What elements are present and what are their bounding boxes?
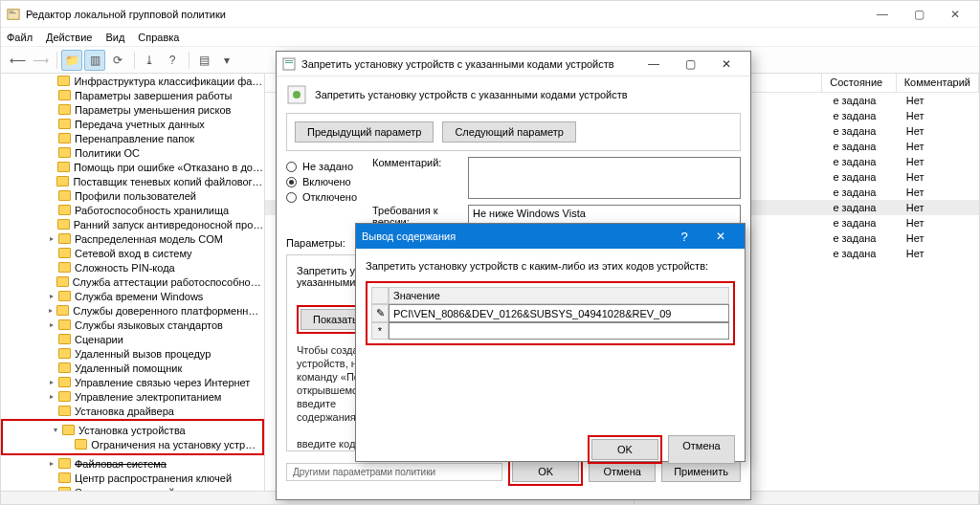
tree-item[interactable]: Работоспособность хранилища: [1, 203, 264, 217]
menu-file[interactable]: Файл: [7, 32, 33, 43]
col-comment[interactable]: Комментарий: [897, 74, 979, 92]
dialog-close[interactable]: ✕: [708, 52, 745, 77]
tree-item[interactable]: Удаленный вызов процедур: [1, 346, 264, 361]
list-view-button[interactable]: ▤: [193, 50, 214, 71]
menu-view[interactable]: Вид: [105, 32, 124, 43]
comment-textarea[interactable]: [468, 157, 741, 199]
tree-item[interactable]: Удаленный помощник: [1, 361, 264, 375]
tree-item[interactable]: ▸Служба времени Windows: [1, 289, 264, 303]
help-button[interactable]: ?: [162, 50, 183, 71]
tree-item[interactable]: Установка драйвера: [1, 404, 264, 418]
refresh-button[interactable]: ⟳: [107, 50, 128, 71]
sheet-button[interactable]: ▥: [84, 50, 105, 71]
show-contents-ok-button[interactable]: OK: [591, 439, 658, 460]
tree-item[interactable]: Сложность PIN-кода: [1, 260, 264, 274]
tree-item[interactable]: Сетевой вход в систему: [1, 246, 264, 260]
folder-icon: [57, 162, 70, 172]
back-button[interactable]: ⟵: [7, 50, 28, 71]
dialog-maximize[interactable]: ▢: [672, 52, 708, 77]
tree-item[interactable]: ▸Службы языковых стандартов: [1, 318, 264, 332]
radio-enabled[interactable]: Включено: [286, 176, 372, 187]
comment-cell: Нет: [906, 141, 979, 152]
state-cell: е задана: [833, 95, 905, 106]
radio-disabled[interactable]: Отключено: [286, 191, 372, 203]
col-state[interactable]: Состояние: [822, 74, 896, 92]
new-row-input[interactable]: [389, 322, 729, 340]
tree-item-label: Удаленный вызов процедур: [75, 348, 211, 360]
expand-toggle[interactable]: ▸: [47, 320, 56, 329]
tree-item[interactable]: Перенаправление папок: [1, 131, 264, 145]
tree-item-label: Службы языковых стандартов: [75, 319, 223, 331]
radio-not-configured[interactable]: Не задано: [286, 161, 372, 172]
tree-item[interactable]: ▸Службы доверенного платформенного модул…: [1, 303, 264, 318]
show-contents-close[interactable]: ✕: [702, 224, 739, 249]
tree-item[interactable]: Параметры уменьшения рисков: [1, 102, 264, 117]
dialog-minimize[interactable]: —: [635, 52, 672, 77]
filter-button[interactable]: ▾: [216, 50, 237, 71]
folder-icon: [56, 305, 69, 316]
tree-item[interactable]: Передача учетных данных: [1, 117, 264, 131]
tree-item-label: Распределенная модель COM: [75, 233, 223, 245]
tree-item[interactable]: ▸Управление связью через Интернет: [1, 375, 264, 389]
tree-item[interactable]: Ранний запуск антивредоносной программы: [1, 217, 264, 231]
tree-item[interactable]: ▾Установка устройства: [5, 423, 260, 437]
show-contents-cancel-button[interactable]: Отмена: [668, 435, 735, 464]
tree-item[interactable]: Помощь при ошибке «Отказано в доступе»: [1, 160, 264, 174]
comment-cell: Нет: [906, 171, 979, 183]
tree-item[interactable]: Центр распространения ключей: [1, 471, 264, 485]
tree-item[interactable]: Ограничения на установку устройств: [5, 437, 260, 451]
svg-rect-1: [10, 11, 13, 11]
show-contents-help[interactable]: ?: [666, 224, 702, 249]
tree-item[interactable]: Политики ОС: [1, 145, 264, 160]
expand-toggle[interactable]: ▸: [47, 234, 56, 243]
tree-item-label: Службы доверенного платформенного модуля: [73, 305, 264, 317]
menu-action[interactable]: Действие: [46, 32, 92, 43]
expand-toggle[interactable]: ▸: [47, 306, 55, 315]
expand-toggle[interactable]: ▾: [51, 426, 60, 434]
folder-icon: [56, 276, 69, 287]
prev-setting-button[interactable]: Предыдущий параметр: [295, 121, 434, 143]
expand-toggle[interactable]: ▸: [47, 378, 56, 386]
tree-item-label: Профили пользователей: [75, 190, 196, 202]
tree-item-label: Служба времени Windows: [75, 291, 203, 302]
menubar: Файл Действие Вид Справка: [1, 28, 979, 47]
comment-label: Комментарий:: [372, 157, 468, 199]
nav-tree[interactable]: Инфраструктура классификации файловПарам…: [1, 74, 265, 491]
expand-toggle[interactable]: ▸: [47, 292, 56, 300]
tree-item[interactable]: Профили пользователей: [1, 188, 264, 203]
tree-item[interactable]: Параметры завершения работы: [1, 88, 264, 102]
tree-item[interactable]: Энергонезависимый кэш диска: [1, 485, 264, 491]
tree-item-label: Управление электропитанием: [75, 391, 221, 403]
next-setting-button[interactable]: Следующий параметр: [442, 121, 576, 143]
close-button[interactable]: ✕: [937, 1, 973, 28]
minimize-button[interactable]: —: [864, 1, 901, 28]
value-column-header[interactable]: Значение: [389, 287, 729, 304]
expand-toggle[interactable]: ▸: [47, 459, 56, 468]
svg-point-7: [293, 91, 301, 99]
svg-rect-2: [10, 12, 16, 13]
comment-cell: Нет: [906, 202, 979, 213]
folder-icon: [58, 319, 71, 330]
maximize-button[interactable]: ▢: [901, 1, 937, 28]
show-contents-titlebar: Вывод содержания ? ✕: [356, 224, 745, 249]
tree-item-label: Служба аттестации работоспособности устр…: [73, 276, 264, 288]
tree-item[interactable]: Служба аттестации работоспособности устр…: [1, 274, 264, 289]
folder-icon: [58, 472, 71, 483]
menu-help[interactable]: Справка: [138, 32, 179, 43]
tree-item[interactable]: ▸Управление электропитанием: [1, 389, 264, 404]
tree-item[interactable]: ▸Распределенная модель COM: [1, 231, 264, 246]
policy-icon: [286, 84, 307, 105]
tree-item[interactable]: ▸Файловая система: [1, 456, 264, 471]
tree-item-label: Передача учетных данных: [75, 119, 205, 130]
window-title: Редактор локальной групповой политики: [26, 9, 226, 20]
value-input[interactable]: [389, 304, 729, 322]
folder-icon: [58, 205, 71, 215]
policy-dialog-titlebar: Запретить установку устройств с указанны…: [277, 52, 750, 77]
row-selector[interactable]: ✎: [371, 304, 389, 322]
tree-item[interactable]: Сценарии: [1, 332, 264, 346]
export-button[interactable]: ⤓: [139, 50, 160, 71]
tree-item[interactable]: Инфраструктура классификации файлов: [1, 74, 264, 88]
tree-item[interactable]: Поставщик теневых копий файлового ресурс…: [1, 174, 264, 188]
folder-up-button[interactable]: 📁: [61, 50, 82, 71]
expand-toggle[interactable]: ▸: [47, 392, 56, 401]
